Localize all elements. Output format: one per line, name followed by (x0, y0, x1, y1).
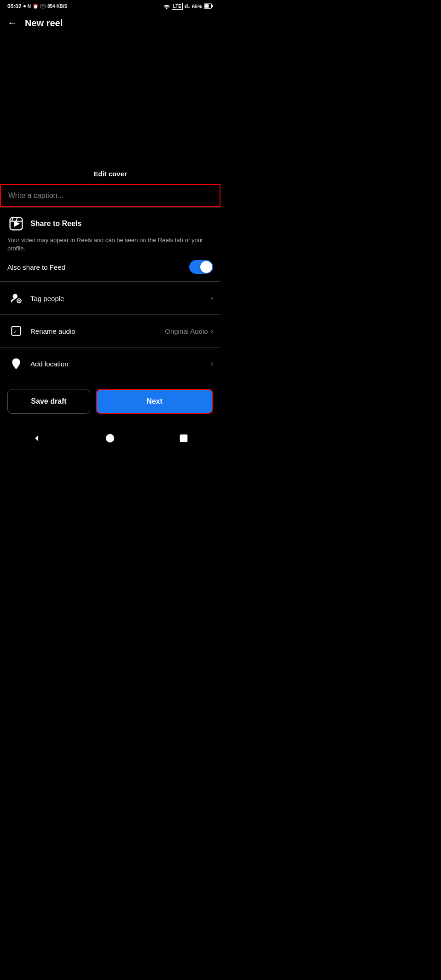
battery-percentage: 65% (192, 4, 202, 9)
header: ← New reel (0, 12, 220, 35)
rename-audio-label: Rename audio (30, 327, 165, 335)
lte-icon: LTE (172, 3, 183, 10)
toggle-knob (200, 261, 212, 273)
svg-point-8 (13, 295, 17, 299)
rename-audio-item[interactable]: ♪ Rename audio Original Audio › (0, 314, 220, 347)
share-title: Share to Reels (30, 220, 81, 228)
nav-back-icon[interactable] (23, 432, 51, 447)
back-button[interactable]: ← (7, 17, 17, 29)
nav-recent-icon[interactable] (170, 432, 197, 447)
nav-bar (0, 425, 220, 452)
status-bar-left: 05:02 N ⏰ 📳 854 KB/S (7, 3, 67, 10)
save-draft-button[interactable]: Save draft (7, 389, 90, 414)
add-location-chevron: › (211, 360, 213, 368)
share-section: Share to Reels Your video may appear in … (0, 208, 220, 281)
vibrate-icon: 📳 (40, 4, 46, 9)
share-description: Your video may appear in Reels and can b… (7, 236, 213, 253)
tag-people-icon (7, 290, 25, 307)
rename-audio-value: Original Audio (165, 327, 208, 335)
tag-people-chevron: › (211, 294, 213, 302)
next-button[interactable]: Next (96, 389, 213, 414)
status-bar: 05:02 N ⏰ 📳 854 KB/S LTE 65% (0, 0, 220, 12)
share-feed-label: Also share to Feed (7, 263, 65, 271)
rename-audio-chevron: › (211, 327, 213, 335)
reels-icon-wrap (7, 215, 25, 232)
menu-section: Tag people › ♪ Rename audio Original Aud… (0, 282, 220, 380)
add-location-icon (7, 355, 25, 372)
status-dot (23, 5, 26, 7)
alarm-icon: ⏰ (33, 4, 38, 9)
time-display: 05:02 (7, 3, 22, 10)
svg-line-7 (16, 218, 17, 221)
share-header: Share to Reels (7, 215, 213, 232)
rename-audio-icon: ♪ (7, 322, 25, 340)
data-speed-icon: 854 KB/S (47, 4, 67, 9)
status-bar-right: LTE 65% (163, 3, 213, 10)
bottom-buttons: Save draft Next (0, 382, 220, 421)
svg-text:♪: ♪ (14, 329, 16, 334)
wifi-icon (163, 3, 170, 10)
edit-cover-label[interactable]: Edit cover (0, 163, 220, 184)
share-feed-row: Also share to Feed (7, 260, 213, 274)
caption-container[interactable] (0, 184, 220, 207)
signal-icon (185, 3, 190, 10)
page-title: New reel (25, 18, 63, 29)
nav-home-icon[interactable] (96, 432, 124, 447)
add-location-item[interactable]: Add location › (0, 347, 220, 380)
add-location-label: Add location (30, 360, 211, 368)
tag-people-item[interactable]: Tag people › (0, 282, 220, 314)
nfc-icon: N (28, 4, 31, 9)
svg-rect-2 (204, 4, 209, 8)
svg-rect-16 (180, 435, 187, 442)
battery-icon (204, 3, 213, 10)
svg-rect-1 (212, 5, 213, 7)
tag-people-label: Tag people (30, 295, 211, 302)
share-feed-toggle[interactable] (189, 260, 213, 274)
svg-point-15 (106, 435, 114, 442)
video-preview-area (0, 35, 220, 163)
caption-input[interactable] (8, 191, 212, 200)
